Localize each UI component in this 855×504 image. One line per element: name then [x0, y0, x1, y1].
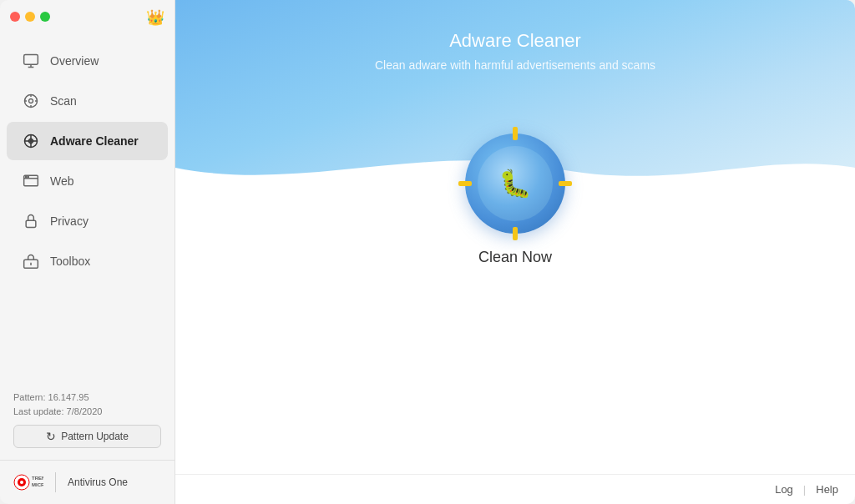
clean-icon-inner: 🐛	[478, 146, 553, 221]
minimize-button[interactable]	[25, 12, 35, 22]
main-body: 🐛 Clean Now	[175, 184, 855, 474]
help-link[interactable]: Help	[816, 483, 838, 496]
sidebar-item-toolbox-label: Toolbox	[50, 255, 90, 268]
lock-icon	[22, 212, 40, 230]
sidebar-item-privacy-label: Privacy	[50, 214, 89, 228]
svg-point-15	[28, 176, 28, 177]
tick-bottom	[513, 227, 518, 240]
monitor-icon	[22, 52, 40, 70]
svg-rect-16	[26, 220, 36, 227]
page-subtitle: Clean adware with harmful advertisements…	[375, 58, 655, 72]
pattern-info: Pattern: 16.147.95 Last update: 7/8/2020	[13, 391, 161, 418]
sidebar-item-overview[interactable]: Overview	[7, 42, 168, 80]
fullscreen-button[interactable]	[40, 12, 50, 22]
footer-divider: |	[803, 483, 806, 496]
svg-rect-0	[24, 55, 38, 65]
sidebar-item-overview-label: Overview	[50, 54, 99, 68]
svg-text:MICRO: MICRO	[32, 482, 43, 487]
clean-button-area: 🐛 Clean Now	[465, 134, 565, 266]
tick-top	[513, 127, 518, 140]
brand-name: Antivirus One	[68, 476, 128, 488]
sidebar-item-adware[interactable]: Adware Cleaner	[7, 122, 168, 160]
sidebar-item-web-label: Web	[50, 174, 74, 188]
trend-micro-icon: TREND MICRO	[13, 471, 43, 494]
svg-text:TREND: TREND	[32, 476, 43, 481]
svg-point-21	[20, 481, 23, 484]
sidebar-item-web[interactable]: Web	[7, 162, 168, 200]
sidebar-item-scan-label: Scan	[50, 94, 77, 108]
clean-now-label: Clean Now	[478, 249, 552, 266]
adware-icon	[22, 132, 40, 150]
sidebar-item-adware-label: Adware Cleaner	[50, 134, 139, 148]
close-button[interactable]	[10, 12, 20, 22]
svg-point-4	[29, 99, 33, 103]
pattern-update-label: Pattern Update	[61, 431, 129, 442]
svg-point-14	[26, 176, 27, 177]
bug-icon: 🐛	[498, 168, 532, 199]
sidebar-footer: Pattern: 16.147.95 Last update: 7/8/2020…	[0, 379, 175, 460]
log-link[interactable]: Log	[775, 483, 793, 496]
crown-icon: 👑	[146, 8, 164, 27]
toolbox-icon	[22, 252, 40, 270]
sidebar-item-privacy[interactable]: Privacy	[7, 202, 168, 240]
brand-separator	[55, 472, 56, 492]
main-footer: Log | Help	[175, 474, 855, 504]
page-title: Adware Cleaner	[449, 30, 581, 52]
trend-micro-logo: TREND MICRO	[13, 471, 43, 494]
pattern-version: Pattern: 16.147.95	[13, 391, 161, 405]
scan-icon	[22, 92, 40, 110]
pattern-update-button[interactable]: ↻ Pattern Update	[13, 425, 161, 448]
sidebar-item-scan[interactable]: Scan	[7, 82, 168, 120]
tick-right	[559, 181, 572, 186]
main-content: Adware Cleaner Clean adware with harmful…	[175, 0, 855, 504]
nav-menu: Overview Scan	[0, 33, 175, 379]
sidebar: 👑 Overview	[0, 0, 175, 504]
refresh-icon: ↻	[46, 430, 56, 443]
last-update: Last update: 7/8/2020	[13, 405, 161, 419]
tick-left	[458, 181, 472, 186]
web-icon	[22, 172, 40, 190]
brand-bar: TREND MICRO Antivirus One	[0, 460, 175, 504]
clean-now-button[interactable]: 🐛	[465, 134, 565, 234]
sidebar-item-toolbox[interactable]: Toolbox	[7, 242, 168, 280]
